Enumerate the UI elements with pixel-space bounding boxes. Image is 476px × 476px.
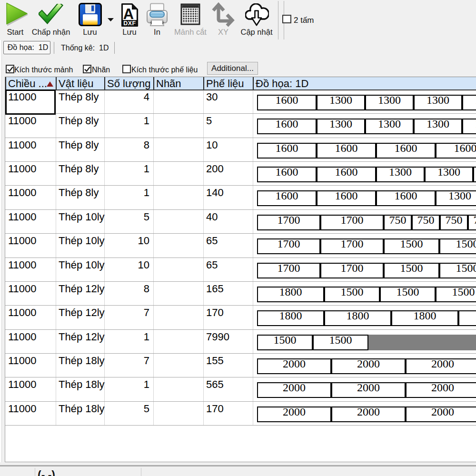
svg-text:DXF: DXF [123,20,136,27]
